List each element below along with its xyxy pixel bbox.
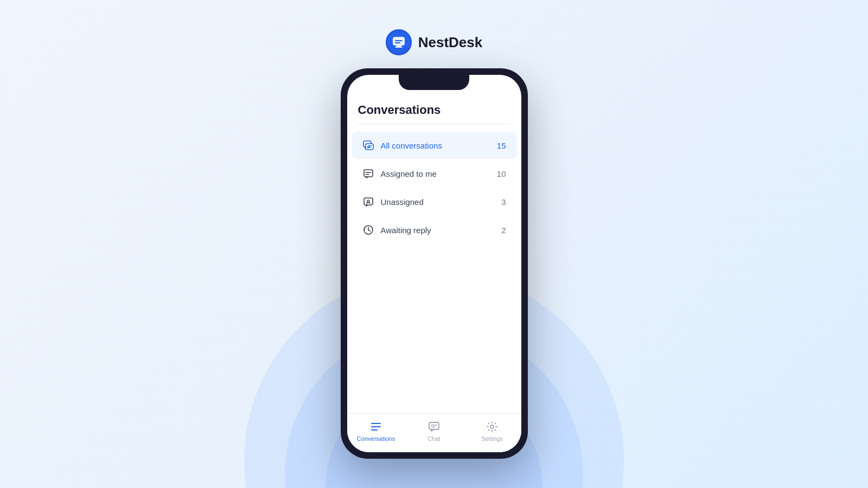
app-name: NestDesk [418,34,483,51]
tab-chat[interactable]: Chat [405,420,463,442]
conversation-list: All conversations 15 Assigned to me [347,129,521,413]
conv-item-unassigned-count: 3 [501,197,506,207]
unassigned-icon [362,196,374,208]
svg-point-16 [490,425,494,428]
conv-item-unassigned[interactable]: Unassigned 3 [352,188,517,215]
phone-notch [399,75,469,90]
tab-conversations[interactable]: Conversations [347,420,405,442]
all-conversations-icon [362,139,374,151]
svg-rect-5 [364,170,373,177]
conv-item-assigned-count: 10 [497,169,506,178]
title-divider [358,124,510,124]
page-title: Conversations [347,94,521,124]
chat-tab-label: Chat [427,435,440,442]
conv-item-awaiting-count: 2 [501,226,506,235]
conv-item-assigned[interactable]: Assigned to me 10 [352,160,517,187]
phone-screen: Conversations [347,75,521,452]
phone-mockup: Conversations [341,68,528,459]
screen-content: Conversations [347,75,521,413]
settings-tab-label: Settings [481,435,503,442]
conv-item-all-count: 15 [497,141,506,150]
tab-bar: Conversations Chat [347,413,521,452]
conv-item-all-label: All conversations [381,141,490,150]
conv-item-all[interactable]: All conversations 15 [352,132,517,159]
chat-tab-icon [427,420,441,433]
conv-item-assigned-label: Assigned to me [381,169,490,178]
app-logo [386,29,412,55]
tab-settings[interactable]: Settings [463,420,521,442]
conversations-tab-label: Conversations [357,435,395,442]
conv-item-unassigned-label: Unassigned [381,197,495,207]
svg-rect-8 [364,198,373,205]
awaiting-icon [362,224,374,236]
settings-tab-icon [486,420,499,433]
conversations-tab-icon [369,420,382,433]
conv-item-awaiting-label: Awaiting reply [381,226,495,235]
app-header: NestDesk [386,29,483,55]
conv-item-awaiting[interactable]: Awaiting reply 2 [352,216,517,243]
svg-rect-13 [429,422,439,429]
assigned-icon [362,168,374,179]
